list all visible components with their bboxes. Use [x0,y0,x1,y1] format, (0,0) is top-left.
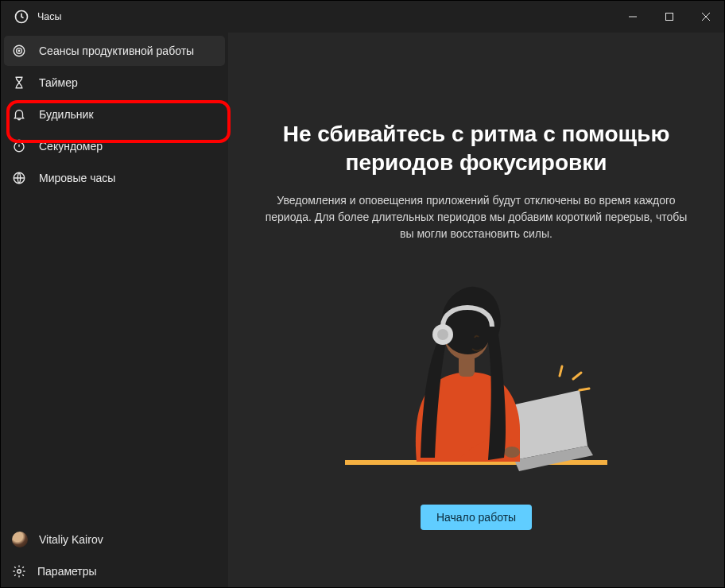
sidebar-item-focus-sessions[interactable]: Сеансы продуктивной работы [4,36,225,66]
settings-label: Параметры [37,565,97,578]
sidebar-item-label: Таймер [39,76,78,89]
sidebar-item-label: Секундомер [39,140,103,153]
svg-rect-1 [666,14,673,21]
app-clock-icon [14,9,29,25]
page-title: Не сбивайтесь с ритма с помощью периодов… [254,120,699,178]
focus-icon [12,44,26,58]
hourglass-icon [12,75,26,90]
globe-icon [12,171,26,185]
main-content: Не сбивайтесь с ритма с помощью периодов… [228,33,724,587]
sidebar-item-world-clock[interactable]: Мировые часы [4,163,225,193]
sidebar-item-alarm[interactable]: Будильник [4,99,225,130]
stopwatch-icon [12,139,26,153]
titlebar: Часы [1,1,724,33]
sidebar-item-stopwatch[interactable]: Секундомер [4,131,225,161]
close-button[interactable] [688,1,724,33]
avatar [12,532,28,547]
svg-point-4 [18,50,20,52]
sidebar-item-label: Сеансы продуктивной работы [39,44,194,57]
sidebar: Сеансы продуктивной работы Таймер Будиль… [1,33,228,587]
focus-illustration [341,279,611,478]
maximize-button[interactable] [651,1,688,33]
sidebar-item-label: Будильник [39,108,94,121]
sidebar-nav: Сеансы продуктивной работы Таймер Будиль… [1,36,228,193]
user-name: Vitaliy Kairov [39,533,103,546]
start-button[interactable]: Начало работы [421,505,532,530]
window-controls [615,1,724,33]
gear-icon [12,564,26,578]
minimize-button[interactable] [615,1,651,33]
sidebar-item-timer[interactable]: Таймер [4,68,225,98]
settings-button[interactable]: Параметры [1,555,228,587]
svg-point-7 [17,570,21,574]
page-description: Уведомления и оповещения приложений буду… [262,192,691,242]
user-account-button[interactable]: Vitaliy Kairov [1,524,228,555]
bell-icon [12,107,26,122]
app-title: Часы [37,11,62,22]
sidebar-item-label: Мировые часы [39,172,115,184]
svg-point-9 [504,447,520,458]
svg-point-13 [437,329,448,340]
